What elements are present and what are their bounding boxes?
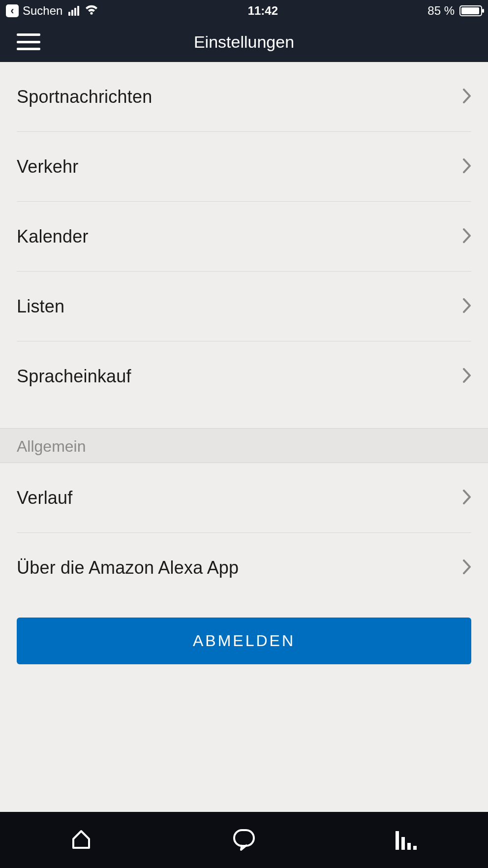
menu-button[interactable]	[17, 33, 40, 50]
battery-icon	[459, 5, 482, 16]
status-time: 11:42	[248, 4, 278, 18]
settings-row-calendar[interactable]: Kalender	[17, 202, 471, 272]
cellular-signal-icon	[68, 6, 79, 16]
bottom-nav	[0, 812, 488, 868]
svg-rect-2	[396, 831, 399, 850]
nav-chat[interactable]	[229, 825, 259, 855]
settings-row-history[interactable]: Verlauf	[17, 463, 471, 533]
settings-row-lists[interactable]: Listen	[17, 272, 471, 341]
row-label: Sportnachrichten	[17, 87, 152, 107]
back-to-search-chip[interactable]: ‹	[6, 4, 19, 17]
chevron-right-icon	[462, 298, 471, 315]
svg-rect-5	[413, 846, 417, 850]
chevron-right-icon	[462, 89, 471, 105]
chevron-right-icon	[462, 158, 471, 175]
settings-row-traffic[interactable]: Verkehr	[17, 132, 471, 202]
svg-rect-4	[407, 843, 411, 850]
chevron-right-icon	[462, 490, 471, 506]
row-label: Verlauf	[17, 488, 72, 508]
settings-row-sportnews[interactable]: Sportnachrichten	[17, 62, 471, 132]
row-label: Verkehr	[17, 156, 78, 177]
logout-button[interactable]: ABMELDEN	[17, 618, 471, 664]
row-label: Kalender	[17, 226, 89, 247]
settings-row-about[interactable]: Über die Amazon Alexa App	[17, 533, 471, 603]
app-header: Einstellungen	[0, 22, 488, 62]
svg-rect-3	[401, 837, 405, 850]
chevron-left-icon: ‹	[10, 4, 14, 17]
page-title: Einstellungen	[194, 32, 294, 52]
svg-rect-1	[234, 830, 254, 846]
settings-group-primary: Sportnachrichten Verkehr Kalender Listen…	[0, 62, 488, 411]
settings-content: Sportnachrichten Verkehr Kalender Listen…	[0, 62, 488, 812]
section-header-general: Allgemein	[0, 428, 488, 463]
svg-point-0	[91, 12, 93, 14]
chevron-right-icon	[462, 368, 471, 385]
wifi-icon	[85, 4, 98, 18]
row-label: Über die Amazon Alexa App	[17, 558, 239, 578]
status-back-label: Suchen	[23, 4, 62, 18]
battery-percent: 85 %	[427, 4, 455, 18]
settings-group-general: Verlauf Über die Amazon Alexa App	[0, 463, 488, 603]
chevron-right-icon	[462, 228, 471, 245]
equalizer-icon	[395, 828, 419, 852]
row-label: Spracheinkauf	[17, 366, 131, 387]
status-bar: ‹ Suchen 11:42 85 %	[0, 0, 488, 22]
chat-icon	[231, 826, 257, 854]
settings-row-voice-shopping[interactable]: Spracheinkauf	[17, 341, 471, 411]
home-icon	[69, 827, 93, 853]
nav-home[interactable]	[66, 825, 96, 855]
nav-activity[interactable]	[392, 825, 422, 855]
row-label: Listen	[17, 296, 64, 317]
chevron-right-icon	[462, 559, 471, 576]
